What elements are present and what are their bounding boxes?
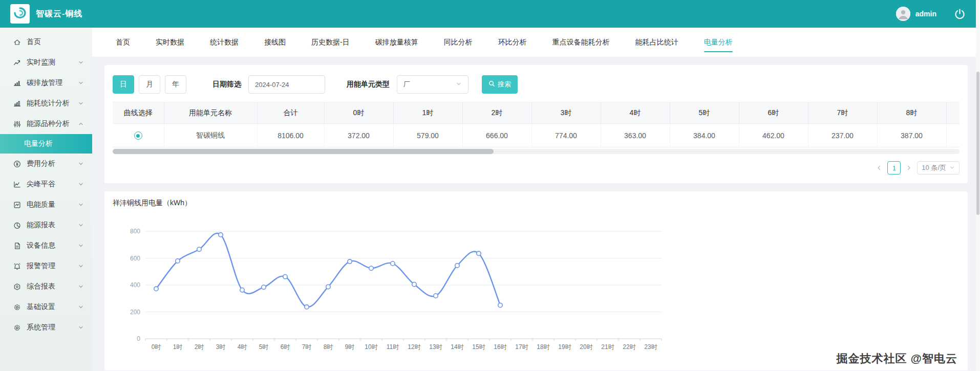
sidebar-item-label: 能源品种分析 bbox=[27, 119, 78, 128]
svg-text:0: 0 bbox=[137, 335, 140, 342]
tab-item[interactable]: 首页 bbox=[116, 28, 130, 57]
sidebar-item[interactable]: 基础设置 bbox=[0, 297, 92, 317]
value-cell: 372.00 bbox=[324, 124, 393, 147]
svg-text:600: 600 bbox=[130, 255, 140, 262]
date-filter-label: 日期筛选 bbox=[212, 80, 241, 89]
sidebar-item-label: 尖峰平谷 bbox=[27, 180, 78, 189]
pie-icon bbox=[13, 222, 21, 229]
sidebar-item-label: 系统管理 bbox=[27, 323, 78, 332]
period-button[interactable]: 年 bbox=[165, 75, 186, 94]
page-number[interactable]: 1 bbox=[887, 161, 901, 174]
value-cell: 774.00 bbox=[531, 124, 601, 147]
svg-text:0时: 0时 bbox=[152, 343, 161, 351]
sidebar-item[interactable]: 综合报表 bbox=[0, 276, 92, 297]
table-header-cell: 曲线选择 bbox=[113, 102, 164, 124]
yen-circle-icon bbox=[13, 160, 21, 168]
sidebar-item[interactable]: 费用分析 bbox=[0, 154, 92, 174]
page-size-select[interactable]: 10 条/页 bbox=[917, 161, 960, 174]
period-button[interactable]: 日 bbox=[113, 75, 134, 94]
chevron-up-icon bbox=[78, 121, 84, 127]
svg-text:17时: 17时 bbox=[515, 343, 528, 351]
vertical-scrollbar[interactable] bbox=[976, 0, 980, 371]
date-value: 2024-07-24 bbox=[255, 81, 289, 89]
svg-text:3时: 3时 bbox=[216, 343, 226, 351]
sidebar-item[interactable]: 系统管理 bbox=[0, 317, 92, 338]
sidebar-item[interactable]: 碳排放管理 bbox=[0, 73, 92, 93]
horizontal-scrollbar-thumb[interactable] bbox=[113, 149, 494, 154]
sidebar-item[interactable]: 电能质量 bbox=[0, 194, 92, 215]
sidebar-item-label: 费用分析 bbox=[27, 159, 78, 168]
chevron-down-icon bbox=[78, 222, 84, 228]
tab-item[interactable]: 能耗占比统计 bbox=[635, 28, 678, 57]
tab-item[interactable]: 重点设备能耗分析 bbox=[552, 28, 610, 57]
next-page-button[interactable] bbox=[905, 164, 912, 171]
table-header-cell: 7时 bbox=[808, 102, 877, 124]
value-cell: 363.00 bbox=[601, 124, 670, 147]
svg-text:21时: 21时 bbox=[601, 343, 614, 351]
svg-text:19时: 19时 bbox=[558, 343, 571, 351]
horizontal-scrollbar[interactable] bbox=[113, 149, 960, 154]
brand: 智碳云-铜线 bbox=[10, 4, 82, 24]
vertical-scrollbar-thumb[interactable] bbox=[976, 72, 979, 215]
unit-type-value: 厂 bbox=[403, 80, 410, 89]
sliders-icon bbox=[13, 120, 21, 128]
app-header: 智碳云-铜线 admin bbox=[0, 0, 980, 28]
period-button[interactable]: 月 bbox=[139, 75, 160, 94]
sidebar-item-label: 碳排放管理 bbox=[27, 78, 78, 88]
value-cell: 387.00 bbox=[877, 124, 946, 147]
svg-text:13时: 13时 bbox=[429, 343, 442, 351]
sidebar-item[interactable]: 能源报表 bbox=[0, 215, 92, 235]
swirl-logo-icon bbox=[12, 6, 28, 23]
page-size-value: 10 条/页 bbox=[922, 163, 946, 172]
sidebar-item[interactable]: 能源品种分析 bbox=[0, 114, 92, 134]
radio-dot bbox=[136, 134, 140, 138]
alarm-icon bbox=[13, 263, 21, 270]
home-icon bbox=[13, 38, 21, 46]
tab-item[interactable]: 接线图 bbox=[264, 28, 286, 57]
curve-select-radio[interactable] bbox=[134, 132, 142, 140]
sidebar-item[interactable]: 尖峰平谷 bbox=[0, 174, 92, 194]
unit-type-select[interactable]: 厂 bbox=[397, 75, 468, 94]
svg-text:12时: 12时 bbox=[408, 343, 420, 351]
prev-page-button[interactable] bbox=[876, 164, 883, 171]
chevron-down-icon bbox=[78, 263, 84, 269]
sidebar-subitem[interactable]: 电量分析 bbox=[0, 134, 92, 154]
value-cell-cut bbox=[946, 124, 960, 147]
tab-item[interactable]: 历史数据-日 bbox=[311, 28, 350, 57]
sidebar-item[interactable]: 报警管理 bbox=[0, 256, 92, 276]
sidebar-item-label: 电能质量 bbox=[27, 200, 78, 209]
svg-text:5时: 5时 bbox=[259, 343, 269, 351]
value-cell: 462.00 bbox=[739, 124, 808, 147]
tab-item[interactable]: 实时数据 bbox=[156, 28, 184, 57]
user-menu[interactable]: admin bbox=[896, 7, 936, 21]
tab-item[interactable]: 电量分析 bbox=[704, 28, 733, 57]
svg-text:9时: 9时 bbox=[345, 343, 355, 351]
chevron-down-icon bbox=[78, 283, 84, 290]
tab-item[interactable]: 统计数据 bbox=[210, 28, 239, 57]
tab-item[interactable]: 环比分析 bbox=[498, 28, 527, 57]
chart-card: 祥沣铜线用电量（kWh） 02004006008000时1时2时3时4时5时6时… bbox=[104, 191, 968, 370]
svg-text:7时: 7时 bbox=[302, 343, 312, 351]
line-chart-svg: 02004006008000时1时2时3时4时5时6时7时8时9时10时11时1… bbox=[117, 219, 675, 367]
svg-text:22时: 22时 bbox=[623, 343, 635, 351]
sidebar-item[interactable]: 首页 bbox=[0, 32, 92, 52]
tab-item[interactable]: 碳排放量核算 bbox=[375, 28, 418, 57]
logout-power-icon[interactable] bbox=[954, 8, 966, 20]
column-chart-icon bbox=[13, 100, 21, 107]
svg-text:6时: 6时 bbox=[281, 343, 290, 351]
svg-text:11时: 11时 bbox=[387, 343, 399, 351]
tab-item[interactable]: 同比分析 bbox=[444, 28, 473, 57]
table-row: 智碳铜线8106.00372.00579.00666.00774.00363.0… bbox=[113, 124, 960, 147]
chevron-down-icon bbox=[78, 181, 84, 187]
sidebar-item-label: 电量分析 bbox=[24, 139, 84, 148]
sidebar-item[interactable]: 能耗统计分析 bbox=[0, 93, 92, 114]
search-button[interactable]: 搜索 bbox=[482, 75, 518, 94]
doc-icon bbox=[13, 242, 21, 250]
sidebar-item[interactable]: 设备信息 bbox=[0, 235, 92, 256]
main-content: 首页实时数据统计数据接线图历史数据-日碳排放量核算同比分析环比分析重点设备能耗分… bbox=[92, 0, 980, 370]
unit-type-label: 用能单元类型 bbox=[347, 80, 390, 89]
date-input[interactable]: 2024-07-24 bbox=[248, 75, 325, 94]
sidebar-item[interactable]: 实时监测 bbox=[0, 52, 92, 73]
value-cell: 8106.00 bbox=[257, 124, 324, 147]
app-title: 智碳云-铜线 bbox=[36, 9, 82, 19]
